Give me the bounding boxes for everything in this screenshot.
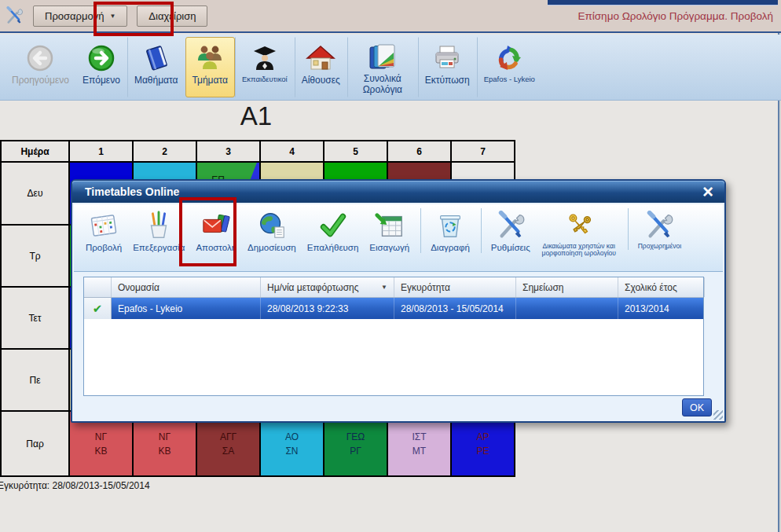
cell-line: ΙΣΤ	[412, 430, 426, 444]
day-column-header: Ημέρα	[2, 141, 68, 161]
dialog-toolbar-permissions-button[interactable]: Δικαιώματα χρηστών και μορφοποίηση ωρολο…	[536, 208, 622, 258]
dialog-titlebar[interactable]: Timetables Online ×	[72, 181, 724, 203]
dialog-toolbar-edit-button[interactable]: Επεξεργασία	[127, 208, 190, 253]
column-header[interactable]: Εγκυρότητα	[394, 277, 516, 297]
timetables-online-dialog: Timetables Online × ΠροβολήΕπεξεργασίαΑπ…	[71, 179, 726, 423]
cell-line: ΑΓΓ	[220, 430, 236, 444]
customize-button[interactable]: Προσαρμογή ▼	[33, 6, 127, 27]
table-import-icon	[375, 209, 405, 242]
tools-icon[interactable]	[5, 6, 24, 25]
close-icon[interactable]: ×	[702, 182, 713, 201]
dialog-toolbar-advanced-button[interactable]: Προχωρημένοι	[628, 208, 687, 250]
column-header[interactable]: Σημείωση	[516, 277, 618, 297]
house-icon	[305, 42, 336, 75]
cell-line: ΓΕΩ	[346, 430, 365, 444]
resize-grip[interactable]	[713, 410, 723, 420]
chevron-down-icon: ▼	[109, 13, 116, 20]
dialog-toolbar-settings-button[interactable]: Ρυθμίσεις	[481, 208, 536, 253]
dialog-toolbar-button-label: Δημοσίευση	[248, 243, 296, 253]
row-validity-cell: 28/08/2013 - 15/05/2014	[394, 298, 516, 319]
day-label: Τρ	[2, 226, 68, 286]
period-header: 3	[197, 141, 259, 161]
cell-line: ΚΒ	[94, 444, 107, 458]
cell-line: ΣΑ	[222, 444, 234, 458]
dialog-toolbar-button-label: Αποστολή	[196, 243, 236, 253]
column-header-label: Σχολικό έτος	[625, 282, 677, 293]
dialog-toolbar-send-button[interactable]: Αποστολή	[190, 208, 242, 253]
ribbon-button-label: Εκτύπωση	[425, 75, 470, 86]
row-school-year-cell: 2013/2014	[618, 298, 705, 319]
column-header-label: Ονομασία	[118, 282, 160, 293]
window-edge-strip	[548, 0, 778, 6]
column-header-label: Σημείωση	[522, 282, 563, 293]
cell-line: ΑΟ	[285, 430, 299, 444]
ok-button[interactable]: OK	[682, 398, 712, 416]
period-header: 7	[452, 141, 514, 161]
right-edge-border	[778, 33, 781, 532]
ribbon-lessons-button[interactable]: Μαθήματα	[127, 37, 185, 97]
check-column-header[interactable]	[84, 277, 112, 297]
day-label: Παρ	[2, 412, 68, 475]
ribbon-next-button[interactable]: Επόμενο	[75, 37, 127, 97]
column-header[interactable]: Ονομασία	[112, 277, 261, 297]
customize-button-label: Προσαρμογή	[45, 10, 104, 22]
ribbon-overall-timetables-button[interactable]: Συνολικά Ωρολόγια	[347, 37, 418, 97]
dialog-toolbar-button-label: Ρυθμίσεις	[491, 243, 530, 253]
dialog-toolbar-button-label: Επεξεργασία	[133, 243, 185, 253]
row-check-icon: ✔	[84, 298, 112, 319]
row-name-cell: Epafos - Lykeio	[112, 298, 261, 319]
dialog-toolbar-import-button[interactable]: Εισαγωγή	[364, 208, 415, 253]
sync-icon	[493, 42, 525, 75]
row-upload-date-cell: 28/08/2013 9:22:33	[261, 298, 394, 319]
dialog-toolbar-verify-button[interactable]: Επαλήθευση	[302, 208, 365, 253]
pens-icon	[144, 209, 174, 242]
manage-button[interactable]: Διαχείριση	[137, 6, 207, 27]
dialog-toolbar-button-label: Διαγραφή	[431, 243, 470, 253]
tools-icon	[644, 209, 674, 242]
send-mail-icon	[201, 209, 231, 242]
dialog-toolbar-delete-button[interactable]: Διαγραφή	[420, 208, 475, 253]
check-verify-icon	[318, 209, 348, 242]
book-icon	[141, 42, 172, 75]
ribbon-rooms-button[interactable]: Αίθουσες	[295, 37, 347, 97]
table-row[interactable]: ✔Epafos - Lykeio28/08/2013 9:22:3328/08/…	[84, 298, 703, 319]
column-header-label: Εγκυρότητα	[401, 282, 450, 293]
dialog-toolbar-button-label: Εισαγωγή	[369, 243, 409, 253]
class-title: A1	[0, 101, 512, 131]
column-header-label: Ημ/νία μεταφόρτωσης	[267, 282, 359, 293]
calendar-view-icon	[89, 209, 119, 242]
ribbon-button-label: Epafos - Lykeio	[484, 75, 535, 84]
arrow-right-circle-icon	[86, 42, 117, 75]
cell-line: ΑΡ	[476, 430, 489, 444]
dialog-title: Timetables Online	[85, 185, 179, 198]
ribbon-epafos-lykeio-button[interactable]: Epafos - Lykeio	[477, 37, 542, 97]
period-header: 1	[70, 141, 132, 161]
dialog-toolbar-button-label: Επαλήθευση	[307, 243, 359, 253]
dialog-toolbar-view-button[interactable]: Προβολή	[80, 208, 127, 253]
cell-line: ΡΕ	[476, 444, 489, 458]
dialog-toolbar-publish-button[interactable]: Δημοσίευση	[242, 208, 302, 253]
column-header[interactable]: Ημ/νία μεταφόρτωσης▼	[261, 277, 394, 297]
column-header[interactable]: Σχολικό έτος	[618, 277, 705, 297]
official-program-label: Επίσημο Ωρολόγιο Πρόγραμμα. Προβολή	[578, 10, 781, 22]
arrow-left-circle-icon	[24, 42, 56, 75]
tools-icon	[496, 209, 526, 242]
recycle-bin-icon	[435, 209, 465, 242]
day-label: Πε	[2, 350, 68, 410]
period-header: 2	[134, 141, 196, 161]
dialog-toolbar: ΠροβολήΕπεξεργασίαΑποστολήΔημοσίευσηΕπαλ…	[74, 204, 723, 272]
ribbon-button-label: Συνολικά Ωρολόγια	[354, 74, 411, 96]
pages-icon	[367, 42, 398, 73]
people-icon	[194, 42, 226, 75]
validity-note: Εγκυρότητα: 28/08/2013-15/05/2014	[0, 480, 150, 491]
ribbon-button-label: Τμήματα	[192, 75, 228, 86]
sort-descending-icon[interactable]: ▼	[381, 284, 387, 291]
ribbon-previous-button[interactable]: Προηγούμενο	[5, 37, 75, 97]
ribbon-button-label: Προηγούμενο	[12, 75, 68, 86]
globe-publish-icon	[257, 209, 287, 242]
ribbon-button-label: Επόμενο	[82, 75, 120, 86]
ribbon-classes-button[interactable]: Τμήματα	[185, 37, 235, 97]
ribbon-teachers-button[interactable]: Εκπαιδευτικοί	[235, 37, 295, 97]
ribbon-print-button[interactable]: Εκτύπωση	[418, 37, 477, 97]
day-label: Τετ	[2, 288, 68, 348]
